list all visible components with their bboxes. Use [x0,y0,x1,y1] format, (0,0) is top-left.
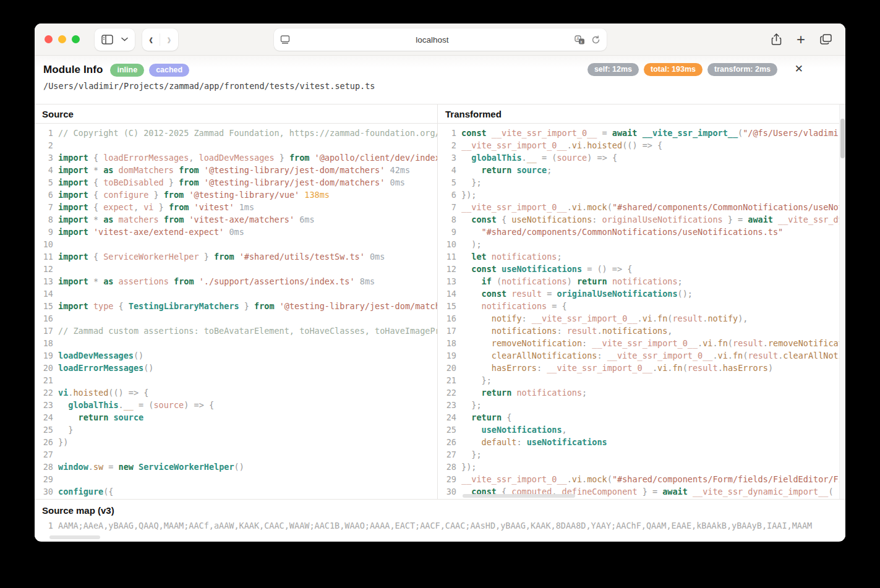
source-map-line: 1 AAMA;AAeA,yBAAG,QAAQ,MAAM;AACf,aAAW,KA… [35,520,845,531]
code-line: 17 notifications: result.notifications, [438,325,845,337]
code-line: 10 [35,238,437,250]
code-line: 18 removeNotification: __vite_ssr_import… [438,337,845,349]
code-line: 2 [35,139,437,151]
forward-button[interactable]: › [160,28,177,51]
code-line: 23 globalThis.__ = (source) => { [35,399,437,411]
code-line: 10 ); [438,238,845,250]
transformed-panel: Transformed 1const __vite_ssr_import_0__… [438,104,845,499]
code-line: 14 [35,288,437,300]
code-panels: Source 1// Copyright (C) 2012-2025 Zamma… [35,104,845,499]
code-line: 1// Copyright (C) 2012-2025 Zammad Found… [35,127,437,139]
code-line: 11 let notifications; [438,250,845,263]
code-line: 18 [35,337,437,349]
nav-group: ‹ › [142,28,178,51]
code-line: 21 }; [438,374,845,386]
code-line: 28window.sw = new ServiceWorkerHelper() [35,461,437,473]
code-line: 20loadErrorMessages() [35,362,437,374]
browser-window: ‹ › localhost A x [35,23,845,542]
code-line: 13import * as assertions from './support… [35,275,437,288]
page-settings-icon[interactable] [280,35,290,44]
code-line: 15 notifications = { [438,300,845,312]
sidebar-group [95,28,135,51]
code-line: 30configure({ [35,485,437,498]
code-line: 8 const { useNotifications: originalUseN… [438,213,845,226]
transformed-code-area[interactable]: 1const __vite_ssr_import_0__ = await __v… [438,124,845,498]
code-line: 15import type { TestingLibraryMatchers }… [35,300,437,312]
source-map-title: Source map (v3) [35,500,845,516]
code-line: 24 return source [35,411,437,424]
code-line: 25 useNotifications, [438,424,845,436]
code-line: 2__vite_ssr_import_0__.vi.hoisted(() => … [438,139,845,151]
back-button[interactable]: ‹ [142,28,160,51]
code-line: 16 [35,312,437,325]
reload-icon[interactable] [591,35,600,45]
code-line: 29__vite_ssr_import_0__.vi.mock("#shared… [438,473,845,485]
traffic-light-minimize[interactable] [58,35,66,43]
source-map-scrollbar-thumb[interactable] [49,535,100,539]
tab-overview-button[interactable] [820,34,832,45]
module-header: Module Info inline cached self: 12ms tot… [35,56,845,104]
badge-inline: inline [110,64,144,77]
metrics: self: 12ms total: 193ms transform: 2ms [587,63,777,76]
code-line: 17// Zammad custom assertions: toBeAvata… [35,325,437,337]
code-line: 23 }; [438,399,845,411]
code-line: 9import 'vitest-axe/extend-expect' 0ms [35,226,437,238]
sidebar-menu-button[interactable] [120,28,135,51]
code-line: 12 const useNotifications = () => { [438,263,845,275]
code-line: 26 default: useNotifications [438,436,845,448]
new-tab-button[interactable]: + [797,32,805,47]
code-line: 19 clearAllNotifications: __vite_ssr_imp… [438,349,845,362]
code-line: 7__vite_ssr_import_0__.vi.mock("#shared/… [438,201,845,213]
toolbar-right: + [771,32,835,47]
code-line: 5import { toBeDisabled } from '@testing-… [35,176,437,189]
code-line: 8import * as matchers from 'vitest-axe/m… [35,213,437,226]
back-icon: ‹ [149,32,153,47]
vertical-scrollbar-track[interactable] [839,104,845,499]
traffic-light-zoom[interactable] [72,35,80,43]
code-line: 3 globalThis.__ = (source) => { [438,151,845,164]
close-button[interactable]: ✕ [793,62,805,75]
forward-icon: › [167,32,171,47]
source-panel-title: Source [35,104,437,124]
code-line: 9 "#shared/components/CommonNotification… [438,226,845,238]
chevron-down-icon [121,37,128,41]
code-line: 12 [35,263,437,275]
source-code-area[interactable]: 1// Copyright (C) 2012-2025 Zammad Found… [35,124,437,498]
code-line: 16 notify: __vite_ssr_import_0__.vi.fn(r… [438,312,845,325]
code-line: 13 if (notifications) return notificatio… [438,275,845,288]
code-line: 6}); [438,189,845,201]
traffic-lights [45,35,80,43]
module-path: /Users/vladimir/Projects/zammad/app/fron… [43,81,835,91]
metric-total: total: 193ms [644,63,703,76]
code-line: 22 return notifications; [438,386,845,399]
code-line: 21 [35,374,437,386]
code-line: 26}) [35,436,437,448]
code-line: 14 const result = originalUseNotificatio… [438,288,845,300]
code-line: 3import { loadErrorMessages, loadDevMess… [35,151,437,164]
code-line: 27 [35,448,437,461]
sidebar-toggle-button[interactable] [95,28,120,51]
browser-toolbar: ‹ › localhost A x [35,23,845,56]
source-panel: Source 1// Copyright (C) 2012-2025 Zamma… [35,104,438,499]
code-line: 27 }; [438,448,845,461]
source-map-section: Source map (v3) 1 AAMA;AAeA,yBAAG,QAAQ,M… [35,499,845,541]
code-line: 25 } [35,424,437,436]
translate-icon[interactable]: A x [575,35,585,45]
metric-self: self: 12ms [587,63,639,76]
source-map-line-number: 1 [35,520,58,531]
code-line: 22vi.hoisted(() => { [35,386,437,399]
transformed-panel-title: Transformed [438,104,845,124]
code-line: 1const __vite_ssr_import_0__ = await __v… [438,127,845,139]
horizontal-scrollbar-thumb[interactable] [463,494,575,498]
code-line: 11import { ServiceWorkerHelper } from '#… [35,250,437,263]
code-line: 7import { expect, vi } from 'vitest' 1ms [35,201,437,213]
code-line: 5 }; [438,176,845,189]
code-line: 19loadDevMessages() [35,349,437,362]
page-title: Module Info [43,64,103,76]
url-text: localhost [290,35,575,45]
share-button[interactable] [771,33,782,46]
code-line: 24 return { [438,411,845,424]
traffic-light-close[interactable] [45,35,53,43]
vertical-scrollbar-thumb[interactable] [840,119,845,158]
url-bar[interactable]: localhost A x [274,28,607,51]
